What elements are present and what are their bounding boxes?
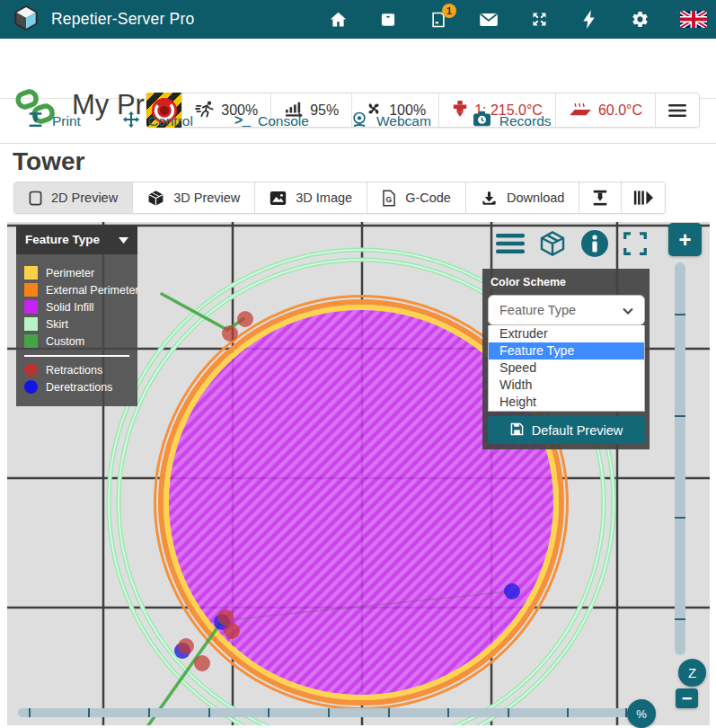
color-scheme-label: Color Scheme [491,276,645,289]
v-slider-tick [675,517,685,519]
console-icon: >_ [234,113,250,129]
gcode-letter: G [386,194,393,203]
expand-arrows-icon[interactable] [529,10,549,30]
zoom-in-button[interactable]: + [668,223,702,256]
repetier-logo-icon [12,4,40,36]
h-slider-tick [88,708,90,717]
tab-control[interactable]: Control [122,111,193,132]
option-height[interactable]: Height [489,394,644,411]
print-queue-icon[interactable]: 1 [429,10,448,30]
view-2d-preview-button[interactable]: 2D Preview [14,182,132,213]
tab-webcam[interactable]: Webcam [350,111,431,132]
chevron-down-icon [623,303,633,317]
view-3d-image-button[interactable]: 3D Image [254,182,367,213]
preview-info-icon[interactable] [580,229,609,262]
print-icon [27,111,44,132]
control-move-icon [122,111,140,132]
h-slider-tick [148,708,150,717]
printer-tabs: Print Control >_ Console Webcam [0,99,716,144]
brand[interactable]: Repetier-Server Pro [0,4,194,36]
legend-divider [24,355,129,357]
settings-gear-icon[interactable] [630,10,650,30]
printer-header: My Printer 300% [0,39,716,99]
option-extruder[interactable]: Extruder [489,325,644,342]
color-scheme-options-list: Extruder Feature Type Speed Width Height [488,325,645,412]
h-slider-tick [567,708,569,717]
legend-item-retractions: Retractions [24,363,129,377]
legend-header[interactable]: Feature Type [16,225,137,254]
home-icon[interactable] [328,10,348,30]
repetier-server-app: Repetier-Server Pro 1 [0,0,716,728]
color-scheme-select[interactable]: Feature Type [488,295,645,325]
view-gcode-button[interactable]: G G-Code [367,182,465,213]
archive-box-icon[interactable] [378,10,398,30]
tab-print[interactable]: Print [27,111,81,132]
h-slider-tick [208,708,210,717]
preview-toolbar [496,229,649,262]
mail-icon[interactable] [479,10,499,30]
v-slider-tick [675,415,685,417]
feature-legend: Feature Type Perimeter External Perimete… [16,225,137,406]
h-slider-tick [508,708,509,717]
legend-item-skirt: Skirt [24,317,129,331]
fullscreen-icon[interactable] [622,230,649,261]
option-width[interactable]: Width [489,377,644,394]
percent-mode-button[interactable]: % [627,699,656,728]
preview-menu-icon[interactable] [496,233,525,258]
tab-console[interactable]: >_ Console [234,113,309,129]
job-title: Tower [13,147,84,176]
zoom-out-button[interactable]: − [676,688,698,708]
print-job-button[interactable] [579,182,621,213]
power-bolt-icon[interactable] [579,10,599,30]
legend-item-perimeter: Perimeter [24,266,129,280]
h-slider-tick [268,708,270,717]
vertical-scrollbar[interactable] [675,262,685,655]
legend-item-external-perimeter: External Perimeter [24,283,129,297]
legend-collapse-caret-icon[interactable] [119,233,128,246]
color-scheme-panel: Color Scheme Feature Type Extruder Featu… [482,269,650,449]
option-feature-type[interactable]: Feature Type [489,342,644,360]
h-slider-tick [388,708,390,717]
v-slider-tick [675,314,685,315]
view-3d-preview-button[interactable]: 3D Preview [132,182,254,213]
app-title: Repetier-Server Pro [51,10,194,29]
legend-item-custom: Custom [24,334,129,348]
z-mode-button[interactable]: Z [678,659,706,687]
tab-records[interactable]: Records [473,111,552,131]
top-navbar: Repetier-Server Pro 1 [0,0,716,39]
default-preview-button[interactable]: Default Preview [488,416,645,444]
color-scheme-selected-value: Feature Type [499,303,576,317]
language-flag-icon[interactable] [680,10,707,30]
horizontal-scrollbar[interactable] [18,708,634,717]
layer-animation-button[interactable] [621,182,665,213]
queue-count-badge: 1 [442,4,456,18]
v-slider-tick [675,618,685,620]
legend-item-deretractions: Deretractions [24,380,129,394]
records-camera-icon [473,111,491,131]
h-slider-tick [447,708,449,717]
preview-3d-toggle-icon[interactable] [537,229,568,262]
download-button[interactable]: Download [465,182,579,213]
view-button-group: 2D Preview 3D Preview 3D Image G G-Code … [13,182,666,214]
save-floppy-icon [510,422,524,439]
gcode-preview-canvas[interactable]: Feature Type Perimeter External Perimete… [7,222,710,725]
option-speed[interactable]: Speed [489,360,644,377]
legend-item-solid-infill: Solid Infill [24,300,129,314]
h-slider-tick [328,708,330,717]
webcam-icon [350,111,368,132]
h-slider-tick [29,708,31,717]
